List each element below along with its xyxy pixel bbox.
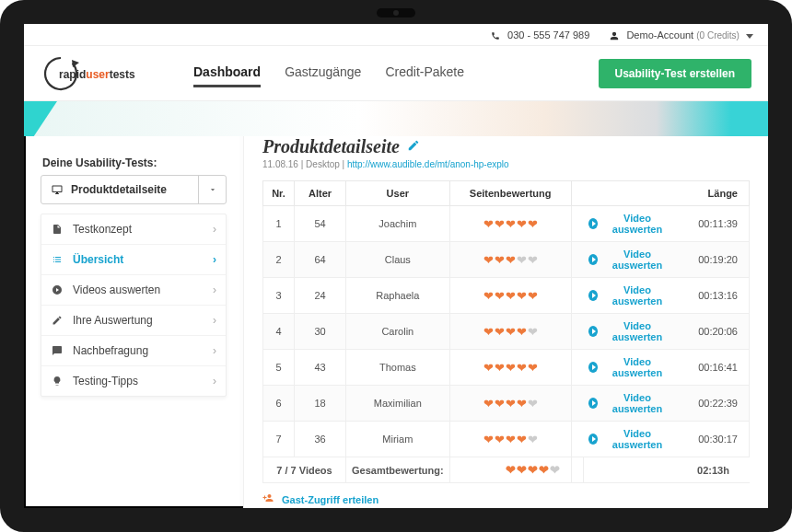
results-table: Nr. Alter User Seitenbewertung Länge 154… — [262, 180, 750, 483]
cell-spacer — [571, 350, 583, 386]
cell-nr: 6 — [263, 386, 295, 422]
cell-nr: 1 — [263, 206, 295, 242]
cell-nr: 7 — [263, 422, 295, 457]
cell-length: 00:22:39 — [678, 386, 750, 422]
sidebar-menu: Testkonzept › Übersicht › — [41, 214, 227, 397]
play-circle-icon — [588, 362, 598, 373]
cell-user: Miriam — [346, 422, 450, 457]
sidebar-item-label: Nachbefragung — [73, 344, 148, 357]
chevron-right-icon: › — [213, 314, 216, 327]
cell-user: Maximilian — [346, 386, 450, 422]
edit-title-button[interactable] — [407, 139, 420, 155]
rating-hearts: ❤❤❤❤❤ — [483, 362, 538, 374]
rating-hearts: ❤❤❤❤❤ — [483, 326, 538, 338]
meta-url-link[interactable]: http://www.audible.de/mt/anon-hp-explo — [347, 159, 509, 169]
header: rapidusertests Dashboard Gastzugänge Cre… — [24, 46, 768, 101]
cell-age: 30 — [295, 314, 346, 350]
meta-device: Desktop — [306, 159, 340, 169]
evaluate-video-link[interactable]: Video auswerten — [588, 320, 671, 342]
sidebar-title: Deine Usability-Tests: — [41, 156, 227, 175]
chevron-right-icon: › — [213, 283, 216, 296]
bulb-icon — [51, 376, 64, 387]
cell-action: Video auswerten — [583, 386, 677, 422]
nav-credit-packs[interactable]: Credit-Pakete — [385, 59, 464, 87]
cell-nr: 2 — [263, 242, 295, 278]
chevron-right-icon: › — [213, 375, 216, 387]
hero-stripe — [24, 101, 768, 136]
evaluate-video-link[interactable]: Video auswerten — [588, 428, 671, 450]
cell-user: Thomas — [346, 350, 450, 386]
cell-spacer — [571, 242, 583, 278]
guest-access-link[interactable]: Gast-Zugriff erteilen — [282, 494, 379, 505]
evaluate-video-link[interactable]: Video auswerten — [588, 356, 671, 378]
cell-age: 36 — [295, 422, 346, 457]
test-selector-toggle[interactable] — [198, 176, 226, 203]
pencil-icon — [407, 139, 420, 152]
summary-label: Gesamtbewertung: — [346, 457, 450, 483]
main-nav: Dashboard Gastzugänge Credit-Pakete — [193, 59, 464, 87]
cell-age: 54 — [295, 206, 346, 242]
cell-length: 00:30:17 — [678, 422, 750, 457]
cell-user: Raphaela — [346, 278, 450, 314]
support-phone[interactable]: 030 - 555 747 989 — [491, 29, 589, 40]
evaluate-video-link[interactable]: Video auswerten — [588, 249, 671, 271]
play-circle-icon — [588, 326, 598, 337]
cell-spacer — [571, 314, 583, 350]
sidebar-item-survey[interactable]: Nachbefragung › — [41, 335, 226, 365]
page-meta: 11.08.16 | Desktop | http://www.audible.… — [262, 159, 750, 169]
evaluate-video-link[interactable]: Video auswerten — [588, 284, 671, 306]
cell-length: 00:11:39 — [678, 206, 750, 242]
sidebar-item-evaluation[interactable]: Ihre Auswertung › — [41, 305, 226, 335]
document-icon — [51, 224, 64, 235]
sidebar-item-tips[interactable]: Testing-Tipps › — [41, 365, 226, 396]
list-icon — [51, 254, 64, 265]
sidebar-item-concept[interactable]: Testkonzept › — [41, 214, 226, 244]
cell-action: Video auswerten — [583, 422, 677, 457]
table-row: 264Claus❤❤❤❤❤Video auswerten00:19:20 — [263, 242, 750, 278]
user-icon — [610, 31, 619, 40]
create-test-button[interactable]: Usability-Test erstellen — [599, 59, 752, 88]
topbar: 030 - 555 747 989 Demo-Account (0 Credit… — [24, 24, 768, 46]
account-menu[interactable]: Demo-Account (0 Credits) — [610, 29, 753, 40]
cell-length: 00:13:16 — [678, 278, 750, 314]
cell-user: Carolin — [346, 314, 450, 350]
brand-logo[interactable]: rapidusertests — [41, 53, 144, 94]
chevron-down-icon — [208, 185, 217, 194]
play-icon — [51, 284, 64, 295]
evaluate-video-link[interactable]: Video auswerten — [588, 392, 671, 414]
cell-spacer — [571, 278, 583, 314]
cell-nr: 4 — [263, 314, 295, 350]
nav-guest-access[interactable]: Gastzugänge — [285, 59, 361, 87]
main-content: Produktdetailseite 11.08.16 | Desktop | … — [243, 120, 768, 508]
chevron-right-icon: › — [213, 344, 216, 357]
cell-rating: ❤❤❤❤❤ — [449, 206, 571, 242]
caret-down-icon — [746, 34, 753, 39]
test-selector[interactable]: Produktdetailseite — [41, 175, 227, 204]
summary-count: 7 / 7 Videos — [263, 457, 346, 483]
cell-rating: ❤❤❤❤❤ — [449, 314, 571, 350]
device-camera — [377, 8, 415, 17]
sidebar-item-videos[interactable]: Videos auswerten › — [41, 274, 226, 305]
cell-rating: ❤❤❤❤❤ — [449, 350, 571, 386]
cell-spacer — [571, 422, 583, 457]
test-selector-value: Produktdetailseite — [71, 183, 167, 196]
col-spacer — [571, 181, 583, 206]
evaluate-video-link[interactable]: Video auswerten — [588, 213, 671, 235]
cell-action: Video auswerten — [583, 278, 677, 314]
guest-access: Gast-Zugriff erteilen — [262, 492, 750, 505]
play-circle-icon — [588, 218, 598, 229]
cell-length: 00:19:20 — [678, 242, 750, 278]
table-row: 618Maximilian❤❤❤❤❤Video auswerten00:22:3… — [263, 386, 750, 422]
logo-text-c: tests — [110, 68, 135, 81]
cell-age: 24 — [295, 278, 346, 314]
sidebar-item-label: Ihre Auswertung — [73, 314, 153, 327]
col-length: Länge — [678, 181, 750, 206]
sidebar-item-overview[interactable]: Übersicht › — [41, 244, 226, 274]
nav-dashboard[interactable]: Dashboard — [193, 59, 261, 87]
support-phone-number: 030 - 555 747 989 — [507, 29, 589, 40]
col-user: User — [346, 181, 450, 206]
table-row: 543Thomas❤❤❤❤❤Video auswerten00:16:41 — [263, 350, 750, 386]
cell-rating: ❤❤❤❤❤ — [449, 278, 571, 314]
summary-total: 02:13h — [678, 457, 750, 483]
cell-age: 18 — [295, 386, 346, 422]
